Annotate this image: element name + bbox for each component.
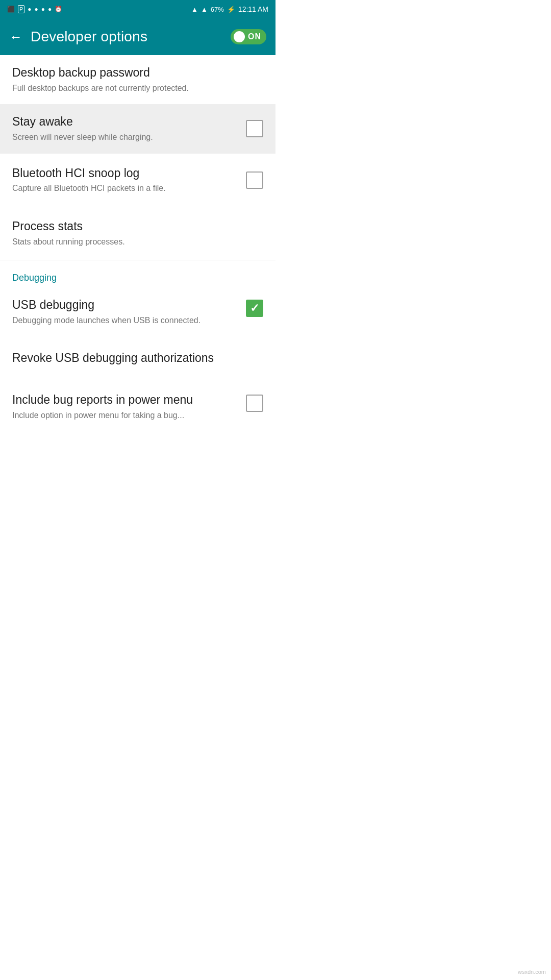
back-button[interactable]: ← [9,30,22,43]
page-title: Developer options [31,29,147,45]
status-bar: ⬛ P ● ● ● ● ⏰ ▲ ▲ 67% ⚡ 12:11 AM [0,0,276,18]
toggle-knob [234,31,245,42]
item-title: Include bug reports in power menu [12,393,238,408]
item-title: Stay awake [12,114,238,130]
item-title: Desktop backup password [12,65,263,81]
app-bar: ← Developer options ON [0,18,276,55]
app-bar-left: ← Developer options [9,29,147,45]
toggle-label: ON [248,32,261,41]
usb-debugging-checkbox[interactable] [246,300,263,317]
item-title: Revoke USB debugging authorizations [12,351,263,366]
notification-icon-1: ⬛ [7,6,15,13]
item-title: Bluetooth HCI snoop log [12,166,238,181]
msg-icon-2: ● [41,6,45,13]
item-subtitle: Include option in power menu for taking … [12,410,238,421]
item-subtitle: Debugging mode launches when USB is conn… [12,315,238,326]
list-item[interactable]: USB debugging Debugging mode launches wh… [0,287,276,336]
battery-icon: ⚡ [227,6,235,13]
item-subtitle: Full desktop backups are not currently p… [12,83,263,94]
list-item[interactable]: Include bug reports in power menu Includ… [0,382,276,431]
status-icons-left: ⬛ P ● ● ● ● ⏰ [7,5,62,13]
bug-reports-checkbox[interactable] [246,395,263,412]
stay-awake-checkbox[interactable] [246,120,263,137]
developer-options-toggle[interactable]: ON [231,29,266,44]
signal-icon: ▲ [201,6,208,13]
item-text: Include bug reports in power menu Includ… [12,393,246,421]
list-item[interactable]: Desktop backup password Full desktop bac… [0,55,276,104]
item-title: USB debugging [12,298,238,313]
debugging-section-header: Debugging [0,260,276,287]
alarm-icon: ⏰ [55,6,62,13]
list-item[interactable]: Bluetooth HCI snoop log Capture all Blue… [0,154,276,207]
status-icons-right: ▲ ▲ 67% ⚡ 12:11 AM [191,5,268,13]
list-item[interactable]: Revoke USB debugging authorizations [0,336,276,382]
item-text: USB debugging Debugging mode launches wh… [12,298,246,326]
wifi-icon: ▲ [191,6,198,13]
status-time: 12:11 AM [238,5,268,13]
item-subtitle: Screen will never sleep while charging. [12,132,238,143]
battery-percent: 67% [211,6,224,13]
item-title: Process stats [12,219,263,234]
list-item[interactable]: Stay awake Screen will never sleep while… [0,104,276,153]
msg-icon-3: ● [48,6,52,13]
item-subtitle: Capture all Bluetooth HCI packets in a f… [12,183,238,194]
whatsapp-icon: ● [28,6,31,13]
notification-icon-2: P [18,5,24,13]
msg-icon-1: ● [35,6,38,13]
settings-list: Desktop backup password Full desktop bac… [0,55,276,432]
item-text: Stay awake Screen will never sleep while… [12,114,246,143]
item-text: Bluetooth HCI snoop log Capture all Blue… [12,166,246,194]
item-subtitle: Stats about running processes. [12,236,263,248]
list-item[interactable]: Process stats Stats about running proces… [0,207,276,260]
bluetooth-hci-checkbox[interactable] [246,172,263,189]
